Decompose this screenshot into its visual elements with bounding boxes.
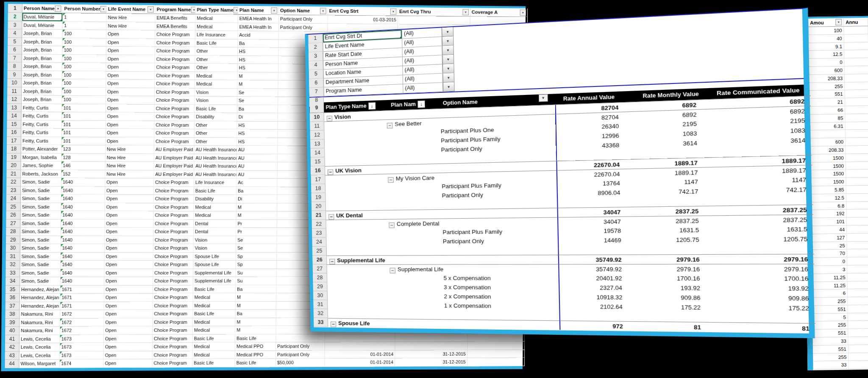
option-name-cell[interactable]: Participant Only	[279, 23, 328, 32]
corner-row-number[interactable]: 1	[8, 4, 22, 13]
program-name-cell[interactable]: Choice Program	[154, 129, 195, 138]
sort-descending-icon[interactable]	[368, 102, 376, 110]
plan-type-cell[interactable]: Medical	[193, 342, 236, 351]
amount-cell[interactable]: 3	[812, 265, 847, 274]
person-name-cell[interactable]: Simon, Sadie	[20, 269, 61, 277]
rate-annual-cell[interactable]	[557, 197, 638, 208]
plan-type-cell[interactable]: Basic Life	[195, 105, 237, 113]
person-name-cell[interactable]: Potter, Alexander	[21, 145, 62, 153]
plan-type-cell[interactable]: Medical	[195, 80, 238, 89]
life-event-cell[interactable]: Open	[104, 335, 153, 343]
filter-dropdown-button[interactable]	[442, 64, 454, 74]
person-name-cell[interactable]: Simon, Sadie	[21, 186, 61, 195]
annual-cell[interactable]	[846, 178, 868, 186]
amount-cell[interactable]: 192	[811, 210, 846, 218]
plan-name-cell[interactable]: M	[237, 80, 278, 89]
annual-cell[interactable]	[847, 257, 868, 266]
person-number-cell[interactable]: 1640	[61, 178, 106, 186]
person-number-cell[interactable]: 1671	[60, 294, 104, 302]
life-event-cell[interactable]: Open	[105, 178, 154, 187]
person-name-cell[interactable]: Feitty, Curtis	[22, 112, 62, 120]
row-number[interactable]: 4	[309, 61, 323, 70]
plan-type-cell[interactable]: Medical	[193, 293, 236, 302]
person-number-cell[interactable]: 1	[63, 22, 107, 30]
program-name-cell[interactable]: Choice Program	[153, 220, 194, 228]
row-number[interactable]: 34	[6, 277, 20, 286]
annual-cell[interactable]	[845, 122, 868, 130]
row-number[interactable]: 18	[311, 184, 326, 193]
rate-monthly-cell[interactable]: 2837.25	[638, 215, 722, 226]
amount-cell[interactable]: 101	[811, 218, 847, 226]
plan-type-cell[interactable]: Vision	[195, 88, 238, 97]
life-event-cell[interactable]: Open	[106, 129, 154, 137]
rate-annual-cell[interactable]: 34047	[557, 216, 638, 226]
rate-annual-cell[interactable]: 34047	[557, 207, 638, 217]
person-number-cell[interactable]: 1640	[61, 186, 106, 195]
life-event-cell[interactable]: Open	[106, 104, 155, 113]
row-number[interactable]: 31	[313, 300, 328, 309]
person-name-cell[interactable]: Simon, Sadie	[20, 277, 61, 286]
row-number[interactable]: 29	[6, 236, 20, 245]
amount-cell[interactable]	[810, 130, 846, 139]
plan-name-cell[interactable]: Medical PPO	[235, 342, 276, 351]
amount-cell[interactable]: 208.33	[810, 146, 846, 155]
annual-cell[interactable]	[846, 161, 868, 170]
person-name-cell[interactable]: Simon, Sadie	[20, 228, 61, 236]
person-name-cell[interactable]: Joseph, Brian	[22, 38, 63, 46]
plan-name-cell[interactable]: M	[236, 203, 277, 211]
life-event-cell[interactable]: Open	[106, 47, 155, 55]
annual-cell[interactable]	[845, 74, 868, 83]
plan-name-cell[interactable]: Ba	[236, 310, 276, 318]
enrt-cvg-strt-cell[interactable]: 01-01-2014	[325, 359, 395, 367]
collapse-icon[interactable]	[331, 322, 336, 327]
rate-monthly-cell[interactable]: 81	[640, 321, 724, 332]
collapse-icon[interactable]	[387, 123, 393, 129]
program-name-cell[interactable]: Choice Program	[153, 351, 193, 359]
sort-descending-icon[interactable]	[417, 100, 425, 108]
plan-type-cell[interactable]: AU Health Insurance	[194, 154, 237, 162]
life-event-cell[interactable]: New Hire	[106, 153, 154, 162]
person-name-cell[interactable]: Simon, Sadie	[20, 236, 61, 245]
person-name-cell[interactable]: Joseph, Brian	[22, 71, 62, 79]
program-name-cell[interactable]: Choice Program	[152, 359, 192, 367]
program-name-cell[interactable]: Choice Program	[153, 326, 193, 335]
row-number[interactable]: 44	[5, 360, 19, 368]
person-name-cell[interactable]: Duval, Mélanie	[22, 21, 63, 30]
person-name-cell[interactable]: Feitty, Curtis	[21, 137, 62, 145]
filter-dropdown-icon[interactable]	[320, 8, 326, 14]
plan-type-cell[interactable]: Other	[195, 129, 237, 138]
person-name-cell[interactable]: Simon, Sadie	[21, 203, 61, 211]
header-option-name[interactable]: Option Name	[279, 6, 328, 16]
plan-name-cell[interactable]: M	[236, 293, 276, 301]
filter-dropdown-icon[interactable]	[390, 8, 397, 14]
person-number-cell[interactable]: 100	[62, 96, 106, 104]
amount-cell[interactable]: 1500	[810, 170, 846, 178]
rate-communicated-cell[interactable]: 2837.25	[721, 204, 813, 215]
amount-cell[interactable]: 12.5	[809, 50, 844, 59]
life-event-cell[interactable]: Open	[105, 253, 153, 261]
life-event-cell[interactable]: Open	[104, 318, 153, 327]
collapse-icon[interactable]	[327, 116, 332, 121]
rate-monthly-cell[interactable]	[639, 245, 723, 255]
row-number[interactable]: 39	[5, 318, 19, 327]
rate-communicated-cell[interactable]: 81	[724, 322, 816, 333]
plan-type-cell[interactable]: Medical	[193, 302, 236, 310]
header-plan-type[interactable]: Plan Type Name	[195, 6, 238, 15]
annual-cell[interactable]	[844, 58, 868, 67]
person-name-cell[interactable]: Feitty, Curtis	[22, 104, 62, 112]
plan-name-cell[interactable]: HS	[238, 64, 278, 72]
option-name-cell[interactable]: $50,000	[276, 359, 325, 367]
row-number[interactable]: 8	[8, 62, 22, 71]
row-number[interactable]: 12	[310, 131, 325, 140]
rate-annual-cell[interactable]: 10918.32	[559, 292, 640, 302]
annual-cell[interactable]	[846, 138, 868, 146]
person-number-cell[interactable]: 1640	[61, 220, 105, 228]
person-name-cell[interactable]: James, Sophie	[21, 161, 61, 170]
plan-type-cell[interactable]: Dental	[194, 228, 236, 236]
program-name-cell[interactable]: Choice Program	[155, 55, 195, 64]
person-name-cell[interactable]: Joseph, Brian	[22, 46, 63, 54]
life-event-cell[interactable]: Open	[104, 310, 153, 318]
plan-type-cell[interactable]: Spouse Life	[193, 261, 236, 269]
program-name-cell[interactable]: Choice Program	[154, 113, 195, 121]
plan-name-cell[interactable]: M	[236, 211, 277, 220]
